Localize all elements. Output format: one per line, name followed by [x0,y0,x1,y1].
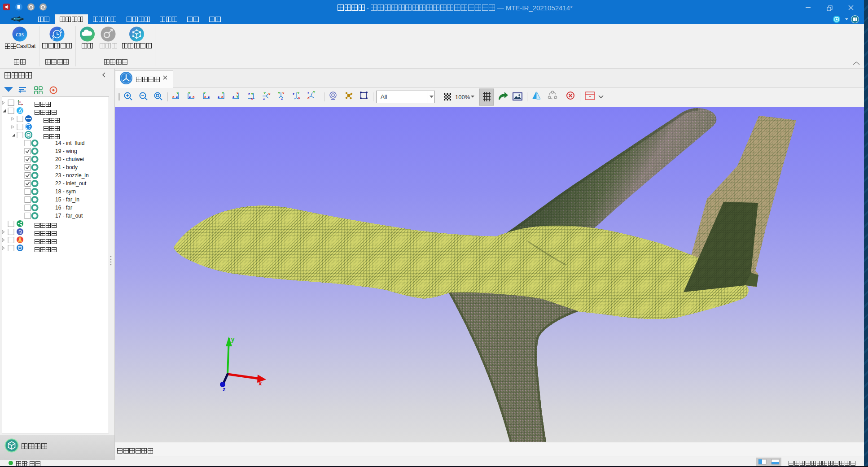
svg-text:15 - far_in: 15 - far_in [55,196,79,203]
svg-text:z: z [218,95,219,99]
svg-text:z: z [232,95,234,99]
svg-text:Y: Y [176,91,179,95]
svg-text:x: x [237,91,239,95]
svg-text:22 - inlet_out: 22 - inlet_out [55,180,87,187]
svg-text:18 - sym: 18 - sym [55,188,76,195]
svg-text:y: y [231,336,235,343]
svg-text:x: x [204,95,206,99]
svg-text:100%: 100% [455,94,470,100]
svg-text:Y: Y [297,91,300,95]
svg-text:z: z [281,96,283,100]
svg-text:16 - far: 16 - far [55,205,72,211]
svg-text:23 - nozzle_in: 23 - nozzle_in [55,172,89,179]
svg-text:Y: Y [222,91,224,95]
svg-text:z: z [293,92,294,96]
svg-text:Y: Y [188,91,191,95]
svg-text:x: x [268,92,271,96]
svg-text:z: z [208,95,210,99]
svg-text:x: x [221,95,224,99]
svg-text:21 - body: 21 - body [55,164,78,170]
svg-text:z: z [189,95,191,99]
svg-text:x: x [307,96,310,100]
svg-text:Y: Y [236,95,239,99]
svg-text:Y: Y [263,91,266,95]
svg-text:Y: Y [313,90,316,94]
svg-text:x: x [298,96,300,100]
svg-text:x: x [193,95,195,99]
svg-text:14 - int_fluid: 14 - int_fluid [55,140,84,146]
svg-text:x: x [172,95,175,99]
svg-text:z: z [307,91,309,95]
svg-text:Y: Y [278,91,281,95]
svg-text:z: z [263,96,265,100]
svg-text:x: x [19,100,21,103]
svg-text:x: x [282,91,285,95]
svg-text:All: All [381,93,387,100]
svg-text:x: x [259,380,262,387]
svg-text:z: z [248,92,250,96]
svg-text:19 - wing: 19 - wing [55,148,77,154]
svg-text:x: x [251,96,253,100]
svg-text:20 - chuiwei: 20 - chuiwei [55,156,84,162]
svg-text:Y: Y [203,91,206,95]
svg-text:z: z [176,95,178,99]
svg-text:z: z [223,386,226,393]
svg-text:Y: Y [251,92,254,96]
svg-text:cas: cas [16,31,24,38]
svg-text:17 - far_out: 17 - far_out [55,213,83,219]
